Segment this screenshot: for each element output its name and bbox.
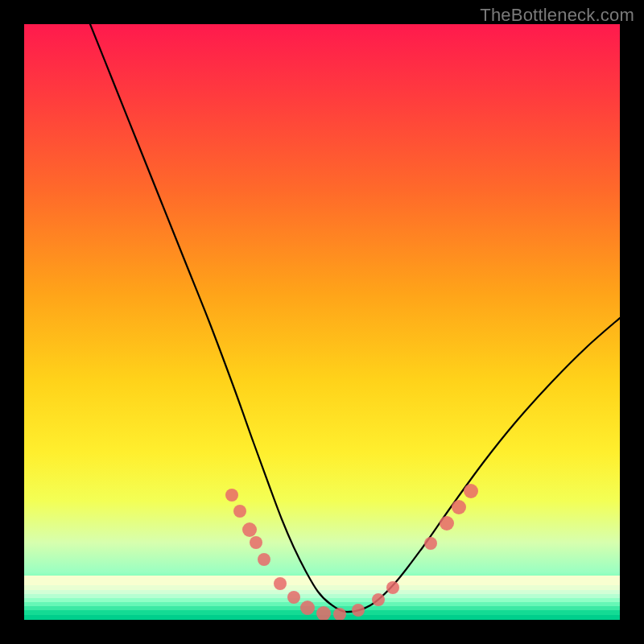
plot-area [24,24,620,620]
highlight-dot [440,516,454,530]
highlight-dot [352,604,365,617]
highlight-dot [233,505,246,518]
highlight-dots [225,484,478,620]
highlight-dot [274,577,287,590]
highlight-dot [424,537,437,550]
highlight-dot [250,536,262,549]
highlight-dot [452,500,466,514]
watermark-text: TheBottleneck.com [480,5,634,26]
bottleneck-curve [90,24,620,612]
highlight-dot [333,608,346,620]
highlight-dot [316,606,331,620]
highlight-dot [300,601,315,615]
highlight-dot [258,553,270,566]
highlight-dot [372,593,385,606]
highlight-dot [242,522,257,537]
highlight-dot [225,489,238,502]
highlight-dot [287,591,300,604]
chart-frame: TheBottleneck.com [0,0,644,644]
curve-svg [24,24,620,620]
highlight-dot [464,484,478,498]
highlight-dot [386,581,399,594]
